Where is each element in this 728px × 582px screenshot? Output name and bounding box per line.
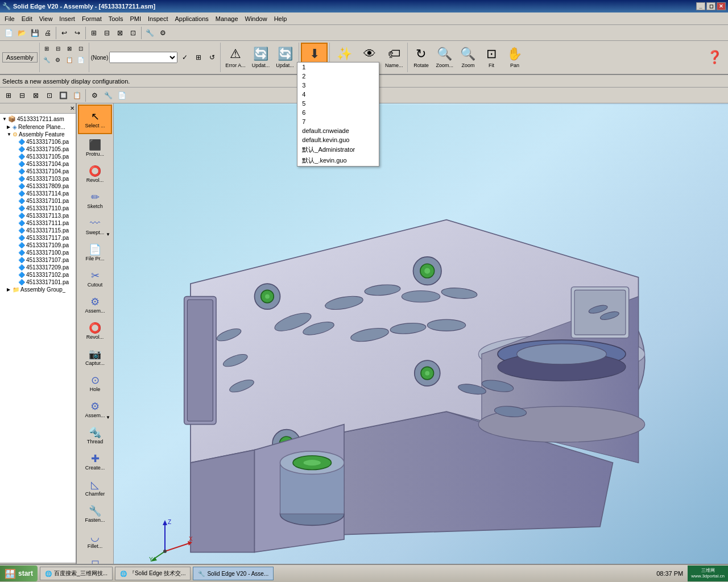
tree-item-part-18[interactable]: 🔷 45133317209.pa <box>1 264 75 271</box>
tb2-btn-7[interactable]: ⚙ <box>88 89 101 102</box>
tree-item-part-8[interactable]: 🔷 45133317114.pa <box>1 190 75 197</box>
dropdown-item-5[interactable]: 5 <box>297 99 379 108</box>
fillet-btn[interactable]: ◡ Fillet... <box>78 527 112 552</box>
tb2-btn-9[interactable]: 📄 <box>115 89 128 102</box>
tree-item-assembly-group[interactable]: ▶ 📁 Assembly Group_ <box>1 286 75 293</box>
tb2-btn-8[interactable]: 🔧 <box>102 89 114 102</box>
protrude-btn[interactable]: ⬛ Protru... <box>78 135 112 160</box>
name-btn[interactable]: 🏷 Name... <box>382 43 406 72</box>
tb2-btn-3[interactable]: ⊠ <box>30 89 42 102</box>
tree-item-part-19[interactable]: 🔷 45133317102.pa <box>1 271 75 278</box>
assembly-tab[interactable]: Assembly <box>2 52 38 63</box>
undo-button[interactable]: ↩ <box>58 27 71 39</box>
tree-item-part-10[interactable]: 🔷 45133317110.pa <box>1 205 75 212</box>
menu-format[interactable]: Format <box>78 13 105 24</box>
taskbar-btn-browser1[interactable]: 🌐 百度搜索_三维网技... <box>40 567 113 580</box>
tb2-btn-5[interactable]: 🔲 <box>57 89 69 102</box>
cutout-btn[interactable]: ✂ Cutout <box>78 266 112 291</box>
tree-close-btn[interactable]: ✕ <box>70 105 75 111</box>
tb2-btn-2[interactable]: ⊟ <box>16 89 28 102</box>
filepr-btn[interactable]: 📄 File Pr... <box>78 240 112 265</box>
dropdown-item-4[interactable]: 4 <box>297 90 379 99</box>
create-btn[interactable]: ✚ Create... <box>78 449 112 474</box>
menu-inspect[interactable]: Inspect <box>144 13 171 24</box>
print-button[interactable]: 🖨 <box>42 27 54 39</box>
assem2-btn[interactable]: ⚙ Assem... ▼ <box>78 397 112 422</box>
tree-item-part-14[interactable]: 🔷 45133317117.pa <box>1 234 75 242</box>
hole-btn[interactable]: ⊙ Hole <box>78 371 112 396</box>
config-dropdown[interactable]: 1 2 3 4 5 6 7 default.cnweiade default.k… <box>297 62 379 167</box>
minimize-button[interactable]: _ <box>696 2 705 10</box>
tb-icon-4[interactable]: ⊡ <box>76 43 86 53</box>
dropdown-item-default-kevin[interactable]: default.kevin.guo <box>297 135 379 144</box>
pan-btn[interactable]: ✋ Pan <box>503 43 526 72</box>
tb-icon-1[interactable]: ⊞ <box>42 43 52 53</box>
tree-item-part-9[interactable]: 🔷 45133317101.pa <box>1 197 75 205</box>
dropdown-item-default-cn[interactable]: default.cnweiade <box>297 126 379 135</box>
tree-item-part-1[interactable]: 🔷 45133317106.pa <box>1 138 75 146</box>
rotate-btn[interactable]: ↻ Rotate <box>410 43 432 72</box>
tb-btn-2[interactable]: ⊟ <box>101 27 113 39</box>
menu-tools[interactable]: Tools <box>105 13 127 24</box>
tb-btn-5[interactable]: 🔧 <box>143 27 156 39</box>
taskbar-btn-solidedge[interactable]: 🔧 Solid Edge V20 - Asse... <box>193 567 274 580</box>
menu-help[interactable]: Help <box>271 13 291 24</box>
swept-btn[interactable]: 〰 Swept... ▼ <box>78 214 112 239</box>
tree-item-root[interactable]: ▼ 📦 45133317211.asm <box>1 115 75 123</box>
tb2-btn-6[interactable]: 📋 <box>71 89 83 102</box>
dropdown-item-1[interactable]: 1 <box>297 63 379 72</box>
chamfer-btn[interactable]: ◺ Chamfer <box>78 475 112 500</box>
start-button[interactable]: 🪟 start <box>0 566 38 581</box>
close-button[interactable]: ✕ <box>717 2 726 10</box>
tree-item-part-13[interactable]: 🔷 45133317115.pa <box>1 227 75 234</box>
menu-manage[interactable]: Manage <box>212 13 242 24</box>
zoom-area-btn[interactable]: 🔍 Zoom... <box>433 43 456 72</box>
save-button[interactable]: 💾 <box>28 27 41 39</box>
dropdown-reset-btn[interactable]: ↺ <box>206 51 218 64</box>
thread-btn[interactable]: 🔩 Thread <box>78 423 112 448</box>
select-btn[interactable]: ↖ Select ... <box>78 105 112 134</box>
menu-pmi[interactable]: PMI <box>126 13 144 24</box>
dropdown-config-btn[interactable]: ⊞ <box>192 51 205 64</box>
tree-item-assembly-feature[interactable]: ▼ ⚙ Assembly Feature <box>1 131 75 138</box>
update2-btn[interactable]: 🔄 Updat... <box>273 43 297 72</box>
redo-button[interactable]: ↪ <box>71 27 84 39</box>
tb-icon-3[interactable]: ⊠ <box>64 43 75 53</box>
tree-item-part-20[interactable]: 🔷 45133317101.pa <box>1 278 75 286</box>
help-btn[interactable]: ❓ <box>703 43 726 72</box>
dropdown-apply-btn[interactable]: ✓ <box>179 51 191 64</box>
fit-btn[interactable]: ⊡ Fit <box>480 43 503 72</box>
tb-icon-8[interactable]: 📄 <box>76 55 86 65</box>
tb-icon-6[interactable]: ⚙ <box>53 55 63 65</box>
tb2-btn-4[interactable]: ⊡ <box>43 89 56 102</box>
fasten-btn[interactable]: 🔧 Fasten... <box>78 501 112 526</box>
tree-item-part-2[interactable]: 🔷 45133317105.pa <box>1 146 75 153</box>
viewport[interactable]: Z X Y <box>114 103 728 582</box>
tb-btn-6[interactable]: ⚙ <box>156 27 169 39</box>
dropdown-item-2[interactable]: 2 <box>297 72 379 81</box>
dropdown-item-6[interactable]: 6 <box>297 108 379 117</box>
restore-button[interactable]: ◻ <box>706 2 715 10</box>
tree-item-part-16[interactable]: 🔷 45133317100.pa <box>1 249 75 256</box>
capture-btn[interactable]: 📷 Captur... <box>78 344 112 369</box>
tb2-btn-1[interactable]: ⊞ <box>2 89 15 102</box>
open-button[interactable]: 📂 <box>15 27 28 39</box>
dropdown-item-kevin-cn[interactable]: 默认_.kevin.guo <box>297 155 379 166</box>
tb-icon-2[interactable]: ⊟ <box>53 43 63 53</box>
menu-insert[interactable]: Insert <box>56 13 78 24</box>
tb-icon-5[interactable]: 🔧 <box>42 55 52 65</box>
menu-edit[interactable]: Edit <box>18 13 36 24</box>
dropdown-item-7[interactable]: 7 <box>297 117 379 126</box>
tree-item-part-6[interactable]: 🔷 45133317103.pa <box>1 175 75 182</box>
taskbar-btn-browser2[interactable]: 🌐 『Solid Edge 技术交... <box>115 567 191 580</box>
sketch-btn[interactable]: ✏ Sketch <box>78 188 112 213</box>
menu-applications[interactable]: Applications <box>171 13 212 24</box>
dropdown-item-admin[interactable]: 默认_Administrator <box>297 144 379 155</box>
menu-window[interactable]: Window <box>242 13 271 24</box>
menu-file[interactable]: File <box>1 13 18 24</box>
error-analyze-btn[interactable]: ⚠ Error A... <box>222 43 249 72</box>
tree-item-refplanes[interactable]: ▶ ◈ Reference Plane... <box>1 123 75 131</box>
tb-icon-7[interactable]: 📋 <box>64 55 75 65</box>
tree-item-part-4[interactable]: 🔷 45133317104.pa <box>1 160 75 168</box>
tree-item-part-7[interactable]: 🔷 45133317809.pa <box>1 182 75 190</box>
